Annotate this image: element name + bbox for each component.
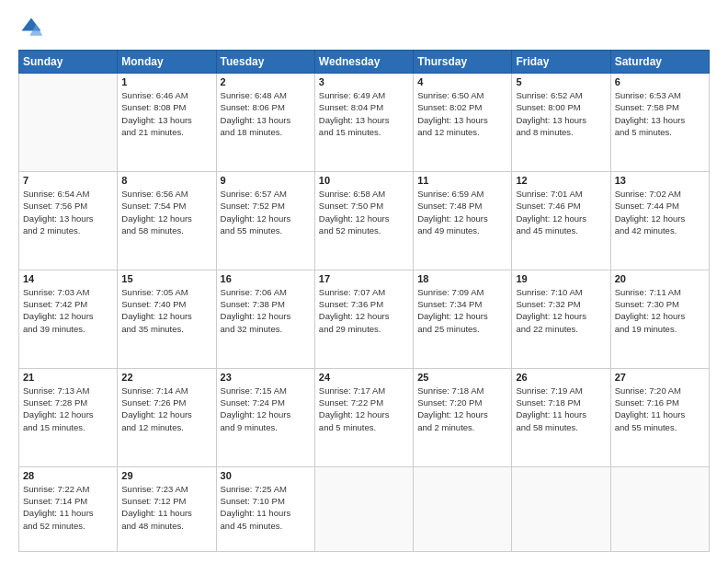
day-number: 6 xyxy=(615,76,705,87)
day-info: Sunrise: 7:20 AM Sunset: 7:16 PM Dayligh… xyxy=(615,385,705,433)
day-number: 2 xyxy=(221,76,311,87)
weekday-header-thursday: Thursday xyxy=(414,51,512,74)
calendar-cell: 20Sunrise: 7:11 AM Sunset: 7:30 PM Dayli… xyxy=(610,270,709,368)
day-number: 18 xyxy=(417,273,507,284)
calendar-cell: 9Sunrise: 6:57 AM Sunset: 7:52 PM Daylig… xyxy=(216,171,314,270)
logo-icon xyxy=(18,15,44,40)
calendar-week-row: 1Sunrise: 6:46 AM Sunset: 8:08 PM Daylig… xyxy=(19,74,710,172)
day-number: 15 xyxy=(121,273,211,284)
day-info: Sunrise: 6:58 AM Sunset: 7:50 PM Dayligh… xyxy=(319,188,409,236)
day-info: Sunrise: 7:14 AM Sunset: 7:26 PM Dayligh… xyxy=(121,385,211,433)
day-info: Sunrise: 6:52 AM Sunset: 8:00 PM Dayligh… xyxy=(516,89,606,138)
day-info: Sunrise: 6:49 AM Sunset: 8:04 PM Dayligh… xyxy=(319,89,409,138)
calendar-cell: 21Sunrise: 7:13 AM Sunset: 7:28 PM Dayli… xyxy=(19,368,118,466)
day-number: 5 xyxy=(516,76,606,87)
day-info: Sunrise: 7:09 AM Sunset: 7:34 PM Dayligh… xyxy=(417,286,507,335)
calendar-cell: 17Sunrise: 7:07 AM Sunset: 7:36 PM Dayli… xyxy=(314,270,413,368)
calendar-cell xyxy=(414,466,512,551)
day-info: Sunrise: 6:59 AM Sunset: 7:48 PM Dayligh… xyxy=(417,188,507,236)
calendar-cell: 18Sunrise: 7:09 AM Sunset: 7:34 PM Dayli… xyxy=(414,270,512,368)
weekday-header-monday: Monday xyxy=(118,51,216,74)
day-info: Sunrise: 7:15 AM Sunset: 7:24 PM Dayligh… xyxy=(221,385,311,433)
day-number: 25 xyxy=(417,372,507,383)
logo xyxy=(18,15,48,40)
day-info: Sunrise: 7:25 AM Sunset: 7:10 PM Dayligh… xyxy=(221,483,311,532)
day-number: 13 xyxy=(615,175,705,186)
day-info: Sunrise: 7:02 AM Sunset: 7:44 PM Dayligh… xyxy=(615,188,705,236)
calendar-cell: 3Sunrise: 6:49 AM Sunset: 8:04 PM Daylig… xyxy=(314,74,413,172)
day-number: 23 xyxy=(221,372,311,383)
day-number: 22 xyxy=(121,372,211,383)
day-number: 30 xyxy=(221,470,311,481)
calendar-cell: 15Sunrise: 7:05 AM Sunset: 7:40 PM Dayli… xyxy=(118,270,216,368)
day-number: 14 xyxy=(23,273,113,284)
calendar-cell: 26Sunrise: 7:19 AM Sunset: 7:18 PM Dayli… xyxy=(512,368,610,466)
day-info: Sunrise: 7:06 AM Sunset: 7:38 PM Dayligh… xyxy=(221,286,311,335)
day-number: 29 xyxy=(121,470,211,481)
day-number: 8 xyxy=(121,175,211,186)
day-info: Sunrise: 7:03 AM Sunset: 7:42 PM Dayligh… xyxy=(23,286,113,335)
calendar-cell: 10Sunrise: 6:58 AM Sunset: 7:50 PM Dayli… xyxy=(314,171,413,270)
day-info: Sunrise: 7:05 AM Sunset: 7:40 PM Dayligh… xyxy=(121,286,211,335)
day-info: Sunrise: 7:01 AM Sunset: 7:46 PM Dayligh… xyxy=(516,188,606,236)
day-info: Sunrise: 7:11 AM Sunset: 7:30 PM Dayligh… xyxy=(615,286,705,335)
weekday-header-tuesday: Tuesday xyxy=(216,51,314,74)
calendar-cell: 27Sunrise: 7:20 AM Sunset: 7:16 PM Dayli… xyxy=(610,368,709,466)
day-info: Sunrise: 7:17 AM Sunset: 7:22 PM Dayligh… xyxy=(319,385,409,433)
day-number: 27 xyxy=(615,372,705,383)
calendar-cell: 28Sunrise: 7:22 AM Sunset: 7:14 PM Dayli… xyxy=(19,466,118,551)
calendar-cell: 22Sunrise: 7:14 AM Sunset: 7:26 PM Dayli… xyxy=(118,368,216,466)
day-number: 4 xyxy=(417,76,507,87)
calendar-cell xyxy=(19,74,118,172)
day-number: 20 xyxy=(615,273,705,284)
calendar-cell xyxy=(512,466,610,551)
calendar-cell: 13Sunrise: 7:02 AM Sunset: 7:44 PM Dayli… xyxy=(610,171,709,270)
day-info: Sunrise: 6:56 AM Sunset: 7:54 PM Dayligh… xyxy=(121,188,211,236)
weekday-header-wednesday: Wednesday xyxy=(314,51,413,74)
header xyxy=(18,15,710,40)
day-info: Sunrise: 6:53 AM Sunset: 7:58 PM Dayligh… xyxy=(615,89,705,138)
calendar-cell: 2Sunrise: 6:48 AM Sunset: 8:06 PM Daylig… xyxy=(216,74,314,172)
page: SundayMondayTuesdayWednesdayThursdayFrid… xyxy=(0,0,728,563)
calendar: SundayMondayTuesdayWednesdayThursdayFrid… xyxy=(18,50,710,552)
calendar-cell: 6Sunrise: 6:53 AM Sunset: 7:58 PM Daylig… xyxy=(610,74,709,172)
day-info: Sunrise: 6:50 AM Sunset: 8:02 PM Dayligh… xyxy=(417,89,507,138)
calendar-cell: 11Sunrise: 6:59 AM Sunset: 7:48 PM Dayli… xyxy=(414,171,512,270)
day-info: Sunrise: 7:19 AM Sunset: 7:18 PM Dayligh… xyxy=(516,385,606,433)
day-number: 24 xyxy=(319,372,409,383)
day-info: Sunrise: 7:07 AM Sunset: 7:36 PM Dayligh… xyxy=(319,286,409,335)
calendar-cell: 19Sunrise: 7:10 AM Sunset: 7:32 PM Dayli… xyxy=(512,270,610,368)
weekday-header-sunday: Sunday xyxy=(19,51,118,74)
calendar-cell: 5Sunrise: 6:52 AM Sunset: 8:00 PM Daylig… xyxy=(512,74,610,172)
calendar-cell xyxy=(610,466,709,551)
day-info: Sunrise: 7:10 AM Sunset: 7:32 PM Dayligh… xyxy=(516,286,606,335)
day-number: 19 xyxy=(516,273,606,284)
calendar-cell: 23Sunrise: 7:15 AM Sunset: 7:24 PM Dayli… xyxy=(216,368,314,466)
day-number: 21 xyxy=(23,372,113,383)
calendar-cell: 12Sunrise: 7:01 AM Sunset: 7:46 PM Dayli… xyxy=(512,171,610,270)
calendar-week-row: 7Sunrise: 6:54 AM Sunset: 7:56 PM Daylig… xyxy=(19,171,710,270)
day-number: 10 xyxy=(319,175,409,186)
day-number: 17 xyxy=(319,273,409,284)
calendar-cell: 8Sunrise: 6:56 AM Sunset: 7:54 PM Daylig… xyxy=(118,171,216,270)
day-number: 11 xyxy=(417,175,507,186)
day-number: 12 xyxy=(516,175,606,186)
day-info: Sunrise: 6:46 AM Sunset: 8:08 PM Dayligh… xyxy=(121,89,211,138)
day-info: Sunrise: 7:22 AM Sunset: 7:14 PM Dayligh… xyxy=(23,483,113,532)
calendar-cell: 1Sunrise: 6:46 AM Sunset: 8:08 PM Daylig… xyxy=(118,74,216,172)
day-number: 9 xyxy=(221,175,311,186)
calendar-week-row: 28Sunrise: 7:22 AM Sunset: 7:14 PM Dayli… xyxy=(19,466,710,551)
calendar-cell: 4Sunrise: 6:50 AM Sunset: 8:02 PM Daylig… xyxy=(414,74,512,172)
day-number: 16 xyxy=(221,273,311,284)
weekday-header-row: SundayMondayTuesdayWednesdayThursdayFrid… xyxy=(19,51,710,74)
day-number: 28 xyxy=(23,470,113,481)
day-info: Sunrise: 7:13 AM Sunset: 7:28 PM Dayligh… xyxy=(23,385,113,433)
calendar-cell: 30Sunrise: 7:25 AM Sunset: 7:10 PM Dayli… xyxy=(216,466,314,551)
calendar-cell: 24Sunrise: 7:17 AM Sunset: 7:22 PM Dayli… xyxy=(314,368,413,466)
calendar-cell: 7Sunrise: 6:54 AM Sunset: 7:56 PM Daylig… xyxy=(19,171,118,270)
calendar-cell xyxy=(314,466,413,551)
day-info: Sunrise: 6:57 AM Sunset: 7:52 PM Dayligh… xyxy=(221,188,311,236)
day-info: Sunrise: 6:48 AM Sunset: 8:06 PM Dayligh… xyxy=(221,89,311,138)
calendar-cell: 14Sunrise: 7:03 AM Sunset: 7:42 PM Dayli… xyxy=(19,270,118,368)
day-number: 7 xyxy=(23,175,113,186)
